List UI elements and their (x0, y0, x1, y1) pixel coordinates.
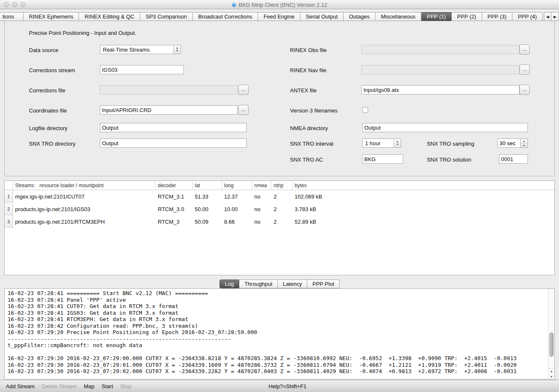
rinex-obs-file-label: RINEX Obs file (290, 47, 327, 53)
col-header-mountpoint: Streams:resource loader / mountpoint (13, 181, 156, 190)
rinex-nav-file-input (361, 65, 520, 74)
tab-log[interactable]: Log (219, 280, 240, 288)
snx-tro-solution-input[interactable] (499, 154, 528, 164)
log-output: 16-02-23 07:28:41 ========== Start BNC v… (5, 289, 554, 379)
cell-nmea: no (252, 215, 272, 228)
coordinates-file-input[interactable] (100, 105, 238, 115)
tab-miscellaneous[interactable]: Miscellaneous (376, 12, 421, 21)
version3-filenames-checkbox[interactable] (362, 107, 368, 113)
app-icon (231, 2, 237, 8)
combo-arrows-icon: ▲▼ (173, 45, 180, 54)
log-vertical-scrollbar[interactable]: ▲ ▼ (548, 289, 554, 379)
data-source-value: Real-Time Streams (103, 47, 149, 53)
stepper-up-button[interactable]: ▲ (521, 139, 528, 143)
snx-tro-ac-label: SNX TRO AC (290, 157, 323, 163)
tab-ppp-plot[interactable]: PPP Plot (307, 280, 340, 288)
down-arrow-icon: ▼ (176, 50, 178, 52)
snx-tro-directory-input[interactable] (100, 139, 247, 148)
col-header-long: long (222, 181, 252, 190)
cell-lat: 50.09 (193, 215, 222, 228)
tab-outages[interactable]: Outages (344, 12, 376, 21)
tab-sp3-comparison[interactable]: SP3 Comparison (140, 12, 193, 21)
snx-tro-interval-value: 1 hour (365, 140, 381, 146)
scroll-up-button[interactable]: ▲ (549, 368, 554, 374)
start-button[interactable]: Start (102, 383, 113, 389)
bnc-window: BKG Ntrip Client (BNC) Version 2.12 tion… (0, 0, 559, 392)
scrollbar-thumb[interactable] (549, 332, 554, 357)
cell-lat: 51.33 (193, 190, 222, 203)
stop-button[interactable]: Stop (120, 383, 132, 389)
tab-scroller: ◀ ▶ (544, 12, 559, 21)
rinex-nav-file-label: RINEX Nav file (290, 67, 327, 73)
snx-tro-solution-label: SNX TRO solution (427, 157, 471, 163)
zoom-window-button[interactable] (21, 2, 26, 7)
snx-tro-sampling-input[interactable] (497, 139, 521, 148)
close-window-button[interactable] (4, 2, 9, 7)
stream-row[interactable]: 1 mgex.igs-ip.net:2101/CUT07 RTCM_3.1 51… (5, 190, 554, 203)
streams-table: Streams:resource loader / mountpoint dec… (4, 180, 555, 275)
tab-rinex-ephemeris[interactable]: RINEX Ephemeris (24, 12, 79, 21)
tab-scroll-left-button[interactable]: ◀ (544, 12, 551, 21)
antex-file-input[interactable] (361, 85, 520, 94)
stream-row[interactable]: 3 products.igs-ip.net:2101/RTCM3EPH RTCM… (5, 215, 554, 228)
combo-arrows-icon: ▲▼ (394, 139, 401, 147)
data-source-label: Data source (29, 47, 58, 53)
cell-nmea: no (252, 203, 272, 215)
window-title: BKG Ntrip Client (BNC) Version 2.12 (0, 0, 559, 9)
nmea-directory-input[interactable] (362, 123, 528, 132)
add-stream-button[interactable]: Add Stream (6, 383, 35, 389)
col-header-nmea: nmea (252, 181, 272, 190)
minimize-window-button[interactable] (12, 2, 17, 7)
stepper-down-button[interactable]: ▼ (521, 143, 528, 148)
streams-label: Streams: (15, 183, 35, 188)
cell-mountpoint: mgex.igs-ip.net:2101/CUT07 (13, 190, 156, 203)
snx-tro-interval-label: SNX TRO interval (290, 141, 333, 147)
tab-ppp-2[interactable]: PPP (2) (452, 12, 482, 21)
row-number-cell: 3 (5, 215, 13, 228)
mountpoint-header-text: resource loader / mountpoint (39, 183, 104, 188)
delete-stream-button[interactable]: Delete Stream (42, 383, 77, 389)
snx-tro-ac-input[interactable] (362, 154, 403, 164)
rinex-obs-file-input (361, 45, 520, 54)
scroll-down-button[interactable]: ▼ (549, 374, 554, 379)
rinex-obs-browse-button[interactable]: ... (520, 44, 530, 55)
version3-filenames-label: Version 3 filenames (290, 107, 337, 114)
snx-tro-interval-select[interactable]: 1 hour ▲▼ (362, 139, 401, 148)
tab-ppp-3[interactable]: PPP (3) (482, 12, 512, 21)
cell-mountpoint: products.igs-ip.net:2101/RTCM3EPH (13, 215, 156, 228)
coordinates-file-browse-button[interactable]: ... (238, 105, 248, 115)
cell-decoder: RTCM_3.0 (156, 203, 193, 215)
ppp1-panel: Precise Point Positioning - Input and Ou… (4, 21, 555, 176)
tab-latency[interactable]: Latency (278, 280, 308, 288)
cell-ntrip: 2 (272, 203, 293, 215)
col-header-lat: lat (193, 181, 222, 190)
cell-long: 8.66 (222, 215, 252, 228)
tab-ppp-1[interactable]: PPP (1) (421, 12, 452, 21)
tab-feed-engine[interactable]: Feed Engine (258, 12, 300, 21)
snx-tro-directory-label: SNX TRO directory (29, 141, 76, 147)
tab-serial-output[interactable]: Serial Output (300, 12, 344, 21)
window-title-text: BKG Ntrip Client (BNC) Version 2.12 (239, 2, 327, 8)
rinex-nav-browse-button[interactable]: ... (520, 65, 530, 75)
corrections-file-browse-button[interactable]: ... (238, 85, 248, 95)
tab-broadcast-corrections[interactable]: Broadcast Corrections (193, 12, 258, 21)
corrections-stream-input[interactable] (100, 65, 184, 74)
down-arrow-icon: ▼ (396, 143, 399, 146)
antex-browse-button[interactable]: ... (520, 85, 530, 95)
tab-ppp-4[interactable]: PPP (4) (512, 12, 543, 21)
col-header-bytes: bytes (293, 181, 554, 190)
bottom-toolbar: Add Stream Delete Stream Map Start Stop … (0, 380, 559, 392)
coordinates-file-label: Coordinates file (29, 107, 67, 114)
map-button[interactable]: Map (84, 383, 94, 389)
tab-rinex-editing-qc[interactable]: RINEX Editing & QC (79, 12, 140, 21)
streams-table-header: Streams:resource loader / mountpoint dec… (5, 181, 554, 190)
tab-scroll-right-button[interactable]: ▶ (551, 12, 559, 21)
logfile-directory-input[interactable] (100, 123, 247, 132)
tab-options-truncated[interactable]: tions (0, 12, 24, 21)
stream-row[interactable]: 2 products.igs-ip.net:2101/IGS03 RTCM_3.… (5, 203, 554, 215)
tab-throughput[interactable]: Throughput (239, 280, 278, 288)
cell-long: 10.00 (222, 203, 252, 215)
data-source-select[interactable]: Real-Time Streams ▲▼ (100, 45, 181, 54)
log-tabbar: Log Throughput Latency PPP Plot (0, 280, 559, 288)
panel-heading: Precise Point Positioning - Input and Ou… (29, 30, 136, 36)
